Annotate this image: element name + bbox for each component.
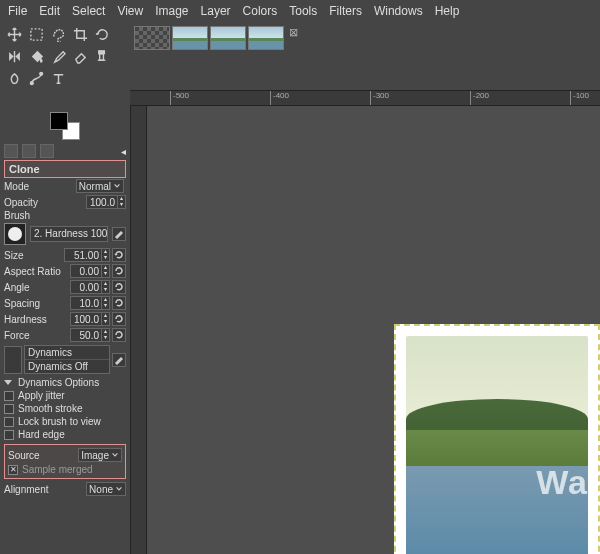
size-slider[interactable]: 51.00▴▾: [64, 248, 110, 262]
opacity-row: Opacity 100.0 ▴▾: [4, 194, 126, 210]
ruler-tick: -300: [370, 91, 389, 105]
ruler-vertical: [131, 106, 147, 554]
close-tab-icon[interactable]: ⊠: [286, 26, 300, 50]
foreground-swatch[interactable]: [50, 112, 68, 130]
aspect-reset-icon[interactable]: [112, 264, 126, 278]
dock-menu-icon[interactable]: ◂: [121, 146, 126, 157]
eraser-tool-icon[interactable]: [72, 48, 88, 64]
hard-checkbox[interactable]: [4, 430, 14, 440]
image-tab-2[interactable]: [172, 26, 208, 50]
smooth-row[interactable]: Smooth stroke: [4, 402, 126, 415]
ruler-tick: -200: [470, 91, 489, 105]
opacity-slider[interactable]: 100.0 ▴▾: [86, 195, 126, 209]
alignment-label: Alignment: [4, 484, 48, 495]
bucket-tool-icon[interactable]: [28, 48, 44, 64]
hardness-slider[interactable]: 100.0▴▾: [70, 312, 110, 326]
smooth-label: Smooth stroke: [18, 403, 82, 414]
ruler-tick: -500: [170, 91, 189, 105]
source-label: Source: [8, 450, 40, 461]
path-tool-icon[interactable]: [28, 70, 44, 86]
dynamics-value[interactable]: Dynamics Off: [25, 360, 109, 373]
spacing-slider[interactable]: 10.0▴▾: [70, 296, 110, 310]
menu-image[interactable]: Image: [155, 4, 188, 18]
menu-windows[interactable]: Windows: [374, 4, 423, 18]
dock-tab-3[interactable]: [40, 144, 54, 158]
hardness-row: Hardness 100.0▴▾: [4, 311, 126, 327]
image-tab-1[interactable]: [134, 26, 170, 50]
watermark-text: Wa: [536, 463, 588, 502]
menu-view[interactable]: View: [117, 4, 143, 18]
menu-file[interactable]: File: [8, 4, 27, 18]
smooth-checkbox[interactable]: [4, 404, 14, 414]
aspect-slider[interactable]: 0.00▴▾: [70, 264, 110, 278]
hard-row[interactable]: Hard edge: [4, 428, 126, 441]
spacing-label: Spacing: [4, 298, 40, 309]
angle-reset-icon[interactable]: [112, 280, 126, 294]
svg-rect-2: [99, 53, 103, 60]
dynamics-preview[interactable]: [4, 346, 22, 374]
paintbrush-tool-icon[interactable]: [50, 48, 66, 64]
mode-row: Mode Normal: [4, 178, 126, 194]
mode-label: Mode: [4, 181, 29, 192]
image-on-canvas[interactable]: Wa: [394, 324, 600, 554]
alignment-row: Alignment None: [4, 481, 126, 497]
rect-select-tool-icon[interactable]: [28, 26, 44, 42]
dynamics-edit-icon[interactable]: [112, 353, 126, 367]
color-swatches[interactable]: [50, 112, 80, 140]
clone-tool-icon[interactable]: [94, 48, 110, 64]
rotate-tool-icon[interactable]: [94, 26, 110, 42]
text-tool-icon[interactable]: [50, 70, 66, 86]
sample-merged-checkbox[interactable]: [8, 465, 18, 475]
move-tool-icon[interactable]: [6, 26, 22, 42]
angle-row: Angle 0.00▴▾: [4, 279, 126, 295]
svg-rect-0: [30, 28, 41, 39]
spacing-reset-icon[interactable]: [112, 296, 126, 310]
jitter-row[interactable]: Apply jitter: [4, 389, 126, 402]
lock-label: Lock brush to view: [18, 416, 101, 427]
force-reset-icon[interactable]: [112, 328, 126, 342]
crop-tool-icon[interactable]: [72, 26, 88, 42]
hardness-reset-icon[interactable]: [112, 312, 126, 326]
jitter-checkbox[interactable]: [4, 391, 14, 401]
source-dropdown[interactable]: Image: [78, 448, 122, 462]
brush-label: Brush: [4, 210, 126, 221]
brush-name-field[interactable]: 2. Hardness 100: [30, 226, 108, 242]
menu-help[interactable]: Help: [435, 4, 460, 18]
force-row: Force 50.0▴▾: [4, 327, 126, 343]
smudge-tool-icon[interactable]: [6, 70, 22, 86]
angle-slider[interactable]: 0.00▴▾: [70, 280, 110, 294]
image-tab-3[interactable]: [210, 26, 246, 50]
flip-tool-icon[interactable]: [6, 48, 22, 64]
lock-checkbox[interactable]: [4, 417, 14, 427]
force-slider[interactable]: 50.0▴▾: [70, 328, 110, 342]
hard-label: Hard edge: [18, 429, 65, 440]
brush-edit-icon[interactable]: [112, 227, 126, 241]
toolbox: [0, 22, 130, 90]
dynamics-options-row[interactable]: Dynamics Options: [4, 376, 126, 389]
canvas-area[interactable]: Wa: [130, 106, 600, 554]
alignment-dropdown[interactable]: None: [86, 482, 126, 496]
menu-tools[interactable]: Tools: [289, 4, 317, 18]
menu-select[interactable]: Select: [72, 4, 105, 18]
source-section: Source Image Sample merged: [4, 444, 126, 479]
menu-edit[interactable]: Edit: [39, 4, 60, 18]
tool-name: Clone: [4, 160, 126, 178]
size-reset-icon[interactable]: [112, 248, 126, 262]
menu-layer[interactable]: Layer: [201, 4, 231, 18]
free-select-tool-icon[interactable]: [50, 26, 66, 42]
dock-tab-2[interactable]: [22, 144, 36, 158]
lock-row[interactable]: Lock brush to view: [4, 415, 126, 428]
image-tabs: ⊠: [130, 22, 304, 54]
dock-tab-1[interactable]: [4, 144, 18, 158]
mode-dropdown[interactable]: Normal: [76, 179, 124, 193]
menu-colors[interactable]: Colors: [243, 4, 278, 18]
angle-label: Angle: [4, 282, 30, 293]
expand-icon: [4, 380, 12, 385]
jitter-label: Apply jitter: [18, 390, 65, 401]
aspect-row: Aspect Ratio 0.00▴▾: [4, 263, 126, 279]
dynamics-box: Dynamics Dynamics Off: [24, 345, 110, 374]
sample-merged-row[interactable]: Sample merged: [8, 463, 122, 476]
menu-filters[interactable]: Filters: [329, 4, 362, 18]
image-tab-4[interactable]: [248, 26, 284, 50]
brush-preview[interactable]: [4, 223, 26, 245]
